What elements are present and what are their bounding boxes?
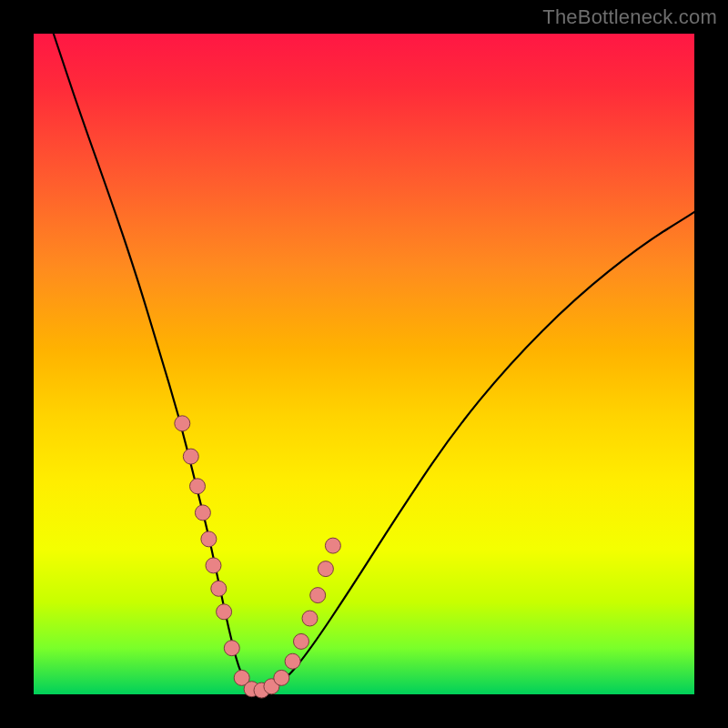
plot-area — [34, 34, 694, 694]
chart-frame: TheBottleneck.com — [0, 0, 728, 728]
chart-svg — [34, 34, 694, 694]
marker-point — [175, 416, 190, 431]
marker-point — [217, 604, 232, 620]
marker-point — [310, 588, 326, 603]
marker-point — [201, 531, 217, 547]
watermark-text: TheBottleneck.com — [542, 5, 717, 29]
marker-group — [175, 416, 341, 698]
marker-point — [274, 670, 289, 685]
marker-point — [206, 558, 221, 573]
marker-point — [302, 611, 318, 626]
marker-point — [325, 538, 340, 553]
bottleneck-curve — [54, 34, 694, 690]
marker-point — [211, 581, 227, 596]
marker-point — [318, 561, 333, 577]
marker-point — [285, 653, 300, 669]
marker-point — [195, 505, 210, 521]
marker-point — [190, 479, 206, 494]
marker-point — [183, 449, 198, 464]
marker-point — [224, 641, 239, 656]
marker-point — [294, 633, 309, 649]
